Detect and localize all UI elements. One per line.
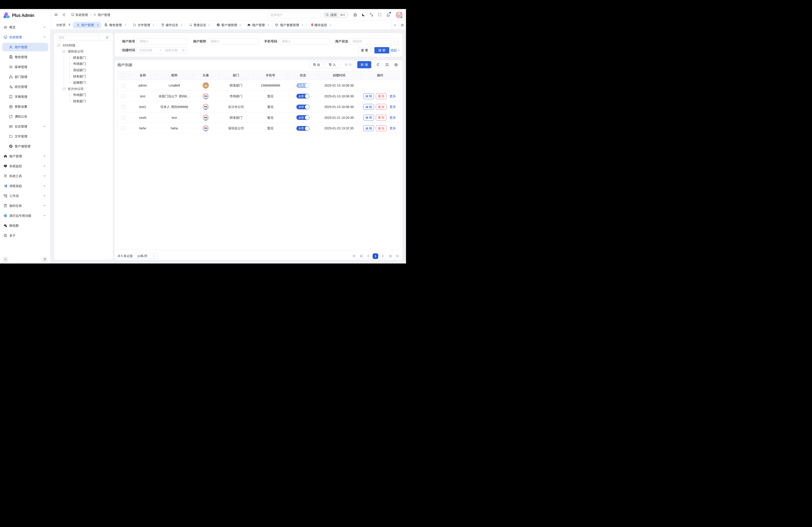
- svg-text:redis: redis: [311, 26, 313, 27]
- svg-text:DEV: DEV: [10, 126, 12, 127]
